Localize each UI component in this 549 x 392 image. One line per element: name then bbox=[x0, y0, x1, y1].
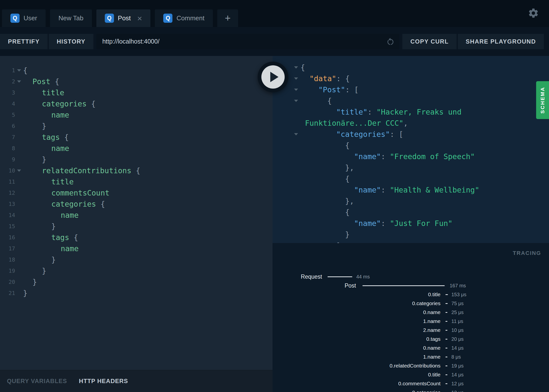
fold-gutter bbox=[273, 140, 301, 151]
line-number: 2 bbox=[0, 76, 15, 87]
http-headers-tab[interactable]: HTTP HEADERS bbox=[79, 378, 128, 385]
share-playground-button[interactable]: SHARE PLAYGROUND bbox=[458, 34, 544, 49]
token: { bbox=[301, 63, 305, 72]
editor-line[interactable]: 10relatedContributions { bbox=[0, 165, 273, 176]
editor-line[interactable]: 4categories { bbox=[0, 98, 273, 109]
fold-arrow-icon[interactable] bbox=[294, 66, 298, 69]
line-number: 21 bbox=[0, 288, 15, 299]
token: : [ bbox=[345, 85, 358, 94]
tracing-row: 0.categories13 μs bbox=[273, 388, 549, 392]
tracing-time: 44 ms bbox=[356, 272, 370, 281]
fold-arrow-icon[interactable] bbox=[294, 100, 298, 102]
add-tab-button[interactable]: + bbox=[217, 9, 238, 27]
settings-gear-icon[interactable] bbox=[528, 7, 539, 19]
line-number: 10 bbox=[0, 165, 15, 176]
token: } bbox=[42, 267, 46, 275]
editor-line[interactable]: 12commentsCount bbox=[0, 187, 273, 198]
copy-curl-button[interactable]: COPY CURL bbox=[402, 34, 456, 49]
editor-line[interactable]: 16tags { bbox=[0, 232, 273, 243]
response-line: "name": "Freedom of Speech" bbox=[273, 151, 549, 162]
editor-line[interactable]: 2Post { bbox=[0, 76, 273, 87]
editor-line[interactable]: 3title bbox=[0, 87, 273, 98]
execute-query-button[interactable] bbox=[258, 62, 288, 92]
editor-line[interactable]: 19} bbox=[0, 265, 273, 276]
fold-arrow-icon[interactable] bbox=[294, 89, 298, 91]
editor-line[interactable]: 20} bbox=[0, 276, 273, 288]
query-editor[interactable]: 1{2Post {3title4categories {5name6}7tags… bbox=[0, 56, 273, 370]
line-number: 16 bbox=[0, 232, 15, 243]
fold-arrow-icon[interactable] bbox=[17, 170, 21, 172]
tab-label: Comment bbox=[176, 14, 204, 22]
tracing-time: 167 ms bbox=[450, 281, 466, 290]
reload-icon[interactable] bbox=[386, 37, 395, 46]
close-tab-icon[interactable]: × bbox=[137, 14, 142, 23]
code-text: { bbox=[301, 95, 332, 106]
editor-line[interactable]: 21} bbox=[0, 288, 273, 299]
editor-line[interactable]: 11title bbox=[0, 176, 273, 187]
token: { bbox=[345, 208, 350, 217]
fold-gutter bbox=[15, 232, 23, 243]
editor-line[interactable]: 17name bbox=[0, 243, 273, 254]
editor-line[interactable]: 14name bbox=[0, 210, 273, 221]
token: : bbox=[381, 219, 390, 228]
tab-post[interactable]: QPost× bbox=[96, 9, 151, 27]
editor-line[interactable]: 1{ bbox=[0, 65, 273, 76]
token: : bbox=[381, 186, 390, 194]
token: }, bbox=[345, 197, 354, 205]
fold-gutter bbox=[273, 207, 301, 218]
response-line: "name": "Health & Wellbeing" bbox=[273, 184, 549, 196]
tracing-rows: Request44 msPost167 ms0.title153 μs0.cat… bbox=[273, 272, 549, 392]
editor-line[interactable]: 7tags { bbox=[0, 132, 273, 143]
token: categories bbox=[51, 200, 96, 208]
token: name bbox=[51, 111, 69, 119]
token: categories bbox=[42, 99, 87, 108]
endpoint-url-input[interactable] bbox=[96, 34, 400, 49]
response-line: ] bbox=[273, 240, 549, 243]
fold-gutter bbox=[273, 118, 301, 129]
schema-tab[interactable]: SCHEMA bbox=[536, 81, 549, 119]
token: } bbox=[51, 222, 56, 231]
token: : bbox=[381, 152, 390, 161]
code-text: } bbox=[301, 229, 350, 240]
tracing-row: 0.tags20 μs bbox=[273, 335, 549, 343]
token: "Freedom of Speech" bbox=[390, 152, 475, 161]
prettify-button[interactable]: PRETTIFY bbox=[0, 34, 48, 49]
editor-bottom-bar: QUERY VARIABLES HTTP HEADERS bbox=[0, 370, 273, 392]
tab-comment[interactable]: QComment bbox=[155, 9, 213, 27]
token: { bbox=[60, 133, 69, 142]
editor-line[interactable]: 8name bbox=[0, 143, 273, 154]
tab-user[interactable]: QUser bbox=[2, 9, 46, 27]
fold-gutter bbox=[15, 132, 23, 143]
fold-arrow-icon[interactable] bbox=[17, 80, 21, 83]
editor-line[interactable]: 9} bbox=[0, 154, 273, 165]
response-line: { bbox=[273, 173, 549, 184]
tracing-bar bbox=[445, 321, 447, 322]
fold-gutter bbox=[15, 65, 23, 76]
tab-new-tab[interactable]: New Tab bbox=[50, 9, 92, 27]
query-variables-tab[interactable]: QUERY VARIABLES bbox=[7, 378, 67, 385]
fold-arrow-icon[interactable] bbox=[294, 133, 298, 135]
token: } bbox=[23, 289, 27, 297]
editor-line[interactable]: 5name bbox=[0, 109, 273, 121]
code-text: "name": "Just For Fun" bbox=[301, 218, 452, 229]
token: { bbox=[87, 99, 96, 108]
query-editor-lines: 1{2Post {3title4categories {5name6}7tags… bbox=[0, 65, 273, 299]
response-viewer: {"data": {"Post": [{"title": "Hacker, Fr… bbox=[273, 56, 549, 243]
editor-line[interactable]: 6} bbox=[0, 121, 273, 132]
tracing-bar bbox=[445, 383, 447, 384]
editor-line[interactable]: 18} bbox=[0, 254, 273, 265]
editor-line[interactable]: 15} bbox=[0, 221, 273, 232]
token: { bbox=[50, 77, 59, 86]
graphql-playground: QUserNew TabQPost×QComment + PRETTIFY HI… bbox=[0, 0, 549, 392]
fold-gutter bbox=[15, 109, 23, 121]
response-line: "categories": [ bbox=[273, 129, 549, 140]
fold-arrow-icon[interactable] bbox=[17, 69, 21, 72]
token: Funktionäre...Der CCC" bbox=[301, 119, 403, 127]
tracing-row: 1.name8 μs bbox=[273, 352, 549, 361]
tracing-panel: TRACING Request44 msPost167 ms0.title153… bbox=[273, 243, 549, 392]
fold-arrow-icon[interactable] bbox=[294, 77, 298, 80]
editor-line[interactable]: 13categories { bbox=[0, 198, 273, 210]
tracing-bar bbox=[445, 357, 447, 357]
token: "name" bbox=[354, 152, 381, 161]
history-button[interactable]: HISTORY bbox=[49, 34, 93, 49]
